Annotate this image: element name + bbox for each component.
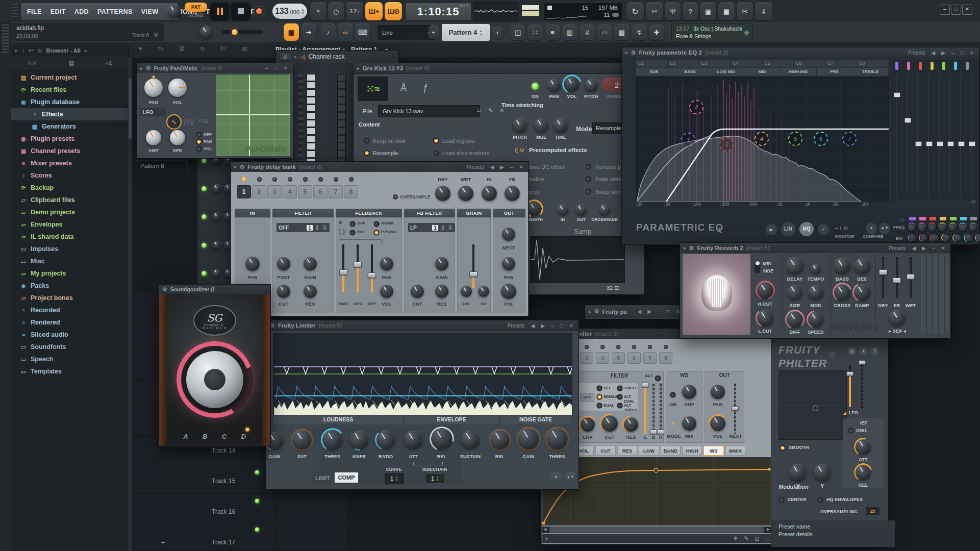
next-preset-icon[interactable]: ▶ (498, 164, 506, 170)
prev-preset-icon[interactable]: ◀ (911, 245, 918, 251)
hq-button[interactable]: HQ (799, 222, 814, 236)
menu-item[interactable]: ADD (74, 8, 89, 15)
channel-enable-led[interactable] (202, 271, 207, 276)
feedback-inv-radio[interactable] (350, 230, 356, 236)
collapse-icon[interactable]: ▸ (15, 48, 18, 53)
track-row[interactable]: Track 16 (212, 506, 344, 537)
ief-att-knob[interactable] (856, 439, 871, 455)
collapse-icon[interactable]: ▸ (684, 245, 686, 251)
modulation-x-knob[interactable] (789, 464, 807, 481)
browser-item[interactable]: ▭ Speech (11, 353, 128, 365)
stretch-time-knob[interactable] (554, 118, 568, 133)
comp-tab[interactable]: COMP (335, 472, 358, 483)
ws-on-radio[interactable] (670, 392, 676, 398)
playlist-window-button[interactable]: ◫ (510, 24, 525, 40)
filter-alttriple-radio[interactable] (617, 403, 623, 409)
eq-band-gain-handle[interactable] (966, 62, 969, 70)
plugin-picker-button[interactable]: ▤ (614, 24, 630, 40)
sample-length-value[interactable]: 32 ⊡ (607, 285, 619, 291)
declick-in-knob[interactable] (557, 204, 568, 215)
analyzer-play-button[interactable]: ▶ (766, 224, 777, 235)
delay-knob[interactable] (786, 257, 803, 274)
close-icon[interactable]: ✕ (940, 245, 947, 251)
dec-knob[interactable] (854, 258, 870, 274)
eq-cc-cell[interactable]: C1 (636, 60, 667, 67)
minimize-icon[interactable]: – (509, 164, 515, 170)
eq-band-marker[interactable]: 6 (814, 132, 828, 146)
gear-icon[interactable]: ⚙ (162, 286, 167, 293)
fb-filter-gain-knob[interactable] (435, 257, 448, 270)
panomatic-title[interactable]: Fruity PanOMatic (154, 65, 197, 71)
eq-display[interactable]: 1 2 3 4 5 6 7 (636, 77, 889, 202)
load-slice-markers-radio[interactable] (434, 151, 439, 156)
eq-title[interactable]: Fruity parametric EQ 2 (639, 49, 701, 56)
tempo-sync-icon[interactable]: T (339, 229, 345, 235)
lfo-pan-radio[interactable] (196, 139, 202, 145)
delay-tab-led[interactable] (242, 177, 246, 182)
close-icon[interactable]: ✕ (568, 323, 575, 329)
browser-item[interactable]: ▤ Current project (11, 71, 128, 84)
panomatic-pan-knob[interactable] (144, 79, 163, 97)
midi-keyboard-button[interactable]: ⌨ (355, 23, 370, 41)
time-display[interactable]: B:S:T 1:10:15 (405, 3, 471, 21)
window-minimize[interactable]: – (940, 5, 950, 15)
ws-mode-plus[interactable]: + (671, 420, 674, 428)
sampler-title[interactable]: Grv Kick 13 #3 (363, 65, 403, 71)
band-freq-knob[interactable] (918, 222, 926, 232)
lfo-sine-button[interactable]: ∿ (166, 114, 182, 130)
minimize-icon[interactable]: – (549, 323, 556, 329)
feedback-vol-knob[interactable] (380, 285, 393, 298)
band-color-swatch[interactable] (940, 217, 946, 220)
comp-thres-knob[interactable] (323, 430, 342, 449)
band-freq-knob[interactable] (969, 222, 977, 232)
svf-button[interactable]: SVF (580, 393, 594, 402)
countdown-button[interactable]: 3.2.ı (346, 2, 363, 20)
delay-tab[interactable]: 2 (252, 177, 266, 198)
reeverb-title[interactable]: Fruity Reeverb 2 (697, 245, 743, 251)
mod-knob[interactable] (808, 285, 823, 300)
philter-tab-button[interactable]: 8 (659, 352, 672, 364)
playlist-position[interactable] (519, 2, 542, 20)
cut-tool-button[interactable]: ✄ (646, 2, 663, 20)
eq-band-gain-handle[interactable] (895, 62, 898, 70)
filter-gain-knob[interactable] (304, 257, 317, 270)
fade-stereo-radio[interactable] (586, 177, 591, 182)
browser-item[interactable]: ▣ Channel presets (11, 145, 128, 157)
smart-find-icon[interactable]: ⊙ (37, 47, 42, 54)
mid-side-toggle[interactable] (755, 260, 760, 273)
window-close[interactable]: ✕ (962, 5, 972, 15)
band-bw-knob[interactable] (908, 234, 917, 242)
pattern-menu-button[interactable]: ▸ (429, 25, 439, 39)
channel-on-led[interactable] (532, 83, 539, 90)
delay-tab-button[interactable]: 2 (252, 185, 266, 198)
browser-item[interactable]: ▭ Misc (11, 255, 128, 267)
channel-enable-led[interactable] (202, 243, 207, 248)
panel-help-button[interactable]: ? (870, 347, 879, 356)
main-pitch-knob[interactable] (200, 26, 212, 38)
sampler-tab-envelope-icon[interactable]: Å (400, 83, 407, 93)
sampler-vol-knob[interactable] (565, 77, 579, 91)
declick-out-knob[interactable] (575, 204, 587, 215)
xy-pad[interactable] (778, 370, 847, 440)
edit-tools[interactable]: ⌖ ✎ ▨ ⊘ ✄ ⌧ (139, 45, 255, 52)
piano-roll-window-button[interactable]: ∷ (527, 24, 543, 40)
eq-cc-cell[interactable]: C7 (825, 60, 857, 67)
scroll-left-icon[interactable]: ◀ (543, 527, 546, 532)
filter-post-knob[interactable] (277, 257, 290, 270)
step-edit-button[interactable]: Ш+ (365, 2, 383, 20)
sg-preset-button[interactable]: C (222, 433, 227, 440)
sampler-pan-knob[interactable] (547, 79, 561, 92)
metronome-button[interactable]: ⌖ (310, 2, 326, 20)
filter-pole-3[interactable]: 3 (321, 225, 328, 231)
filter-type-selector[interactable]: OFF 1 2 3 (277, 223, 330, 232)
fb-filter-pole-2[interactable]: 2 (440, 225, 446, 231)
env-sustain-knob[interactable] (461, 431, 480, 449)
eq-band-marker[interactable]: 5 (788, 132, 802, 146)
maximize-icon[interactable]: □ (665, 309, 671, 314)
philter-target-tab[interactable]: LOW (639, 446, 659, 456)
presets-label[interactable]: Presets (506, 323, 526, 329)
eq-fader-handle[interactable] (915, 141, 922, 146)
oversample-led[interactable] (393, 194, 398, 199)
philter-tab[interactable]: 8 (659, 345, 672, 364)
project-picker-button[interactable]: ▱ (597, 24, 612, 40)
